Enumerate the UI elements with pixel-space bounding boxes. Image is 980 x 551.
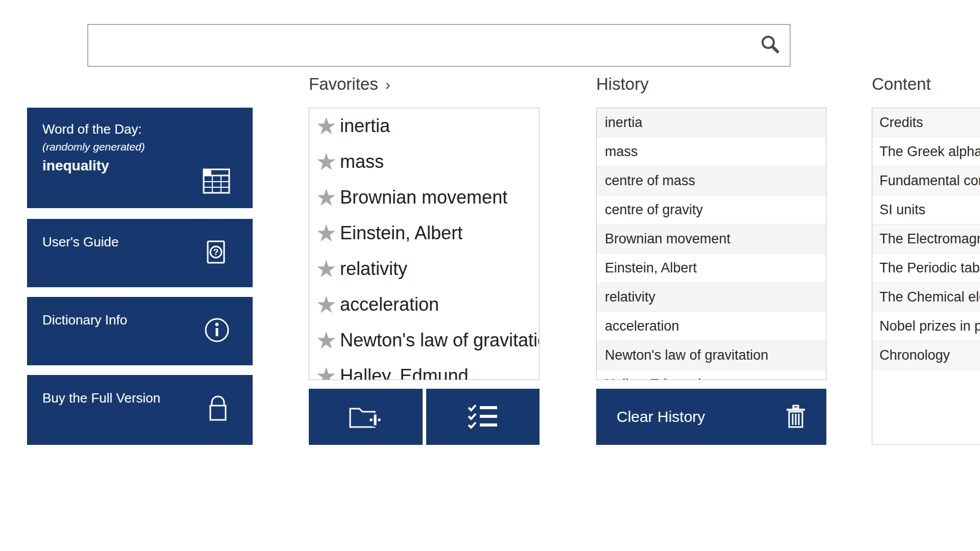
edit-favorites-list-button[interactable]: [426, 389, 540, 445]
word-of-the-day-title: Word of the Day:: [42, 121, 237, 138]
history-list-item[interactable]: acceleration: [597, 312, 826, 341]
chevron-right-icon: ›: [385, 76, 390, 93]
history-list-item[interactable]: mass: [597, 137, 826, 166]
content-list-item[interactable]: Fundamental constants: [872, 166, 980, 195]
star-icon[interactable]: ★: [312, 289, 340, 320]
favorites-list-item[interactable]: ★ inertia: [309, 108, 539, 144]
favorites-list-item[interactable]: ★ Newton's law of gravitation: [309, 322, 539, 358]
favorites-list-item[interactable]: ★ relativity: [309, 251, 539, 287]
svg-text:?: ?: [213, 247, 218, 257]
favorites-item-label: Newton's law of gravitation: [340, 330, 539, 351]
history-list-item[interactable]: centre of mass: [597, 166, 826, 195]
shopping-bag-icon: [206, 394, 230, 426]
favorites-list-item[interactable]: ★ acceleration: [309, 287, 539, 322]
content-list-item[interactable]: The Greek alphabet: [872, 137, 980, 166]
star-icon[interactable]: ★: [312, 361, 340, 380]
content-list-item[interactable]: The Chemical elements: [872, 283, 980, 312]
content-list-item[interactable]: The Periodic table: [872, 254, 980, 283]
history-list-item[interactable]: inertia: [597, 108, 826, 137]
favorites-toolbar: [309, 389, 540, 445]
content-list-item[interactable]: Nobel prizes in physics: [872, 312, 980, 341]
search-icon: [758, 34, 782, 57]
favorites-list-item[interactable]: ★ Halley, Edmund: [309, 358, 539, 380]
clear-history-button[interactable]: Clear History: [596, 389, 826, 445]
favorites-list-item[interactable]: ★ mass: [309, 144, 539, 180]
favorites-header[interactable]: Favorites ›: [309, 74, 390, 94]
favorites-item-label: relativity: [340, 258, 407, 280]
content-list-item[interactable]: Chronology: [872, 341, 980, 370]
star-icon[interactable]: ★: [312, 218, 340, 248]
search-box: [87, 24, 791, 67]
star-icon[interactable]: ★: [312, 146, 340, 177]
favorites-item-label: Halley, Edmund: [340, 365, 468, 380]
checklist-icon: [468, 404, 498, 430]
folder-plus-icon: [349, 404, 382, 430]
book-question-icon: ?: [202, 238, 230, 268]
favorites-list: ★ inertia ★ mass ★ Brownian movement ★ E…: [309, 108, 540, 380]
history-list-item[interactable]: Newton's law of gravitation: [597, 341, 826, 370]
favorites-title: Favorites: [309, 74, 378, 94]
star-icon[interactable]: ★: [312, 111, 340, 141]
content-list-item[interactable]: Credits: [872, 108, 980, 137]
history-list-item[interactable]: Halley, Edmund: [597, 370, 826, 380]
search-input[interactable]: [88, 25, 751, 66]
buy-full-version-tile[interactable]: Buy the Full Version: [27, 375, 253, 445]
star-icon[interactable]: ★: [312, 254, 340, 284]
history-header: History: [596, 74, 649, 94]
dictionary-info-tile[interactable]: Dictionary Info: [27, 297, 253, 365]
grid-calendar-icon: [203, 168, 230, 196]
add-favorites-folder-button[interactable]: [309, 389, 423, 445]
star-icon[interactable]: ★: [312, 182, 340, 213]
history-list-item[interactable]: Brownian movement: [597, 224, 826, 254]
history-list-item[interactable]: centre of gravity: [597, 195, 826, 224]
favorites-list-item[interactable]: ★ Brownian movement: [309, 180, 539, 215]
favorites-item-label: acceleration: [340, 294, 439, 315]
favorites-list-item[interactable]: ★ Einstein, Albert: [309, 215, 539, 251]
content-list: Credits The Greek alphabet Fundamental c…: [872, 108, 980, 445]
word-of-the-day-subtitle: (randomly generated): [42, 141, 237, 153]
favorites-item-label: Einstein, Albert: [340, 222, 462, 244]
info-circle-icon: [204, 317, 230, 345]
word-of-the-day-tile[interactable]: Word of the Day: (randomly generated) in…: [27, 108, 253, 208]
users-guide-tile[interactable]: User's Guide ?: [27, 219, 253, 287]
history-list-item[interactable]: relativity: [597, 283, 826, 312]
content-list-item[interactable]: SI units: [872, 195, 980, 224]
favorites-item-label: Brownian movement: [340, 187, 507, 208]
trash-icon: [786, 405, 806, 429]
clear-history-label: Clear History: [617, 408, 705, 425]
content-header: Content: [872, 74, 931, 94]
history-list: inertia mass centre of mass centre of gr…: [596, 108, 826, 380]
search-button[interactable]: [751, 25, 790, 66]
history-list-item[interactable]: Einstein, Albert: [597, 254, 826, 283]
favorites-item-label: inertia: [340, 115, 390, 137]
content-list-item[interactable]: The Electromagnetic spectrum: [872, 224, 980, 254]
history-title: History: [596, 74, 649, 94]
star-icon[interactable]: ★: [312, 325, 340, 356]
favorites-item-label: mass: [340, 151, 384, 172]
content-title: Content: [872, 74, 931, 94]
